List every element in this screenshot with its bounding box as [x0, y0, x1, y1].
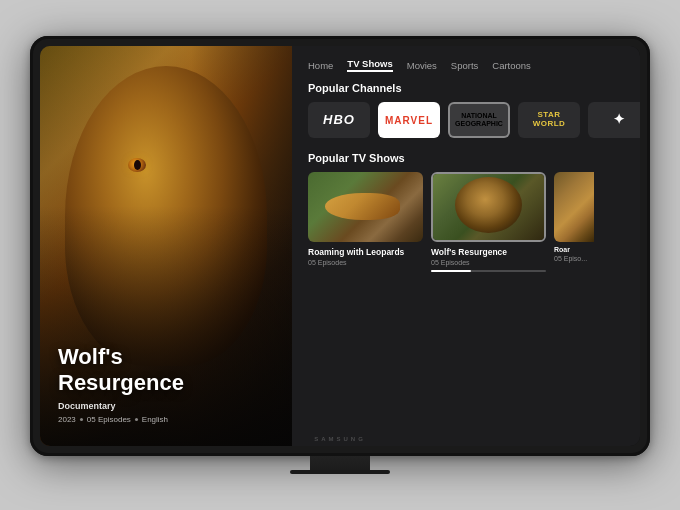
show-thumb-partial: [554, 172, 594, 242]
tv-container: Wolf's Resurgence Documentary 2023 05 Ep…: [30, 36, 650, 474]
nav-item-cartoons[interactable]: Cartoons: [492, 60, 531, 71]
nav-bar: Home TV Shows Movies Sports Cartoons: [292, 46, 640, 82]
marvel-label: MARVEL: [378, 102, 440, 138]
starworld-label: STARWORLD: [529, 109, 570, 131]
show-title-wolves: Wolf's Resurgence: [431, 247, 546, 257]
show-meta-partial: 05 Episo...: [554, 255, 594, 262]
tv-stand: [310, 456, 370, 474]
show-card-partial[interactable]: Roar 05 Episo...: [554, 172, 594, 272]
leopard-body: [325, 193, 400, 220]
show-thumb-leopards: [308, 172, 423, 242]
nav-item-movies[interactable]: Movies: [407, 60, 437, 71]
show-card-wolves[interactable]: Wolf's Resurgence 05 Episodes: [431, 172, 546, 272]
tv-screen: Wolf's Resurgence Documentary 2023 05 Ep…: [40, 46, 640, 446]
shows-section-title: Popular TV Shows: [308, 152, 624, 164]
hero-title: Wolf's Resurgence: [58, 344, 282, 395]
show-meta-leopards: 05 Episodes: [308, 259, 423, 266]
tv-outer: Wolf's Resurgence Documentary 2023 05 Ep…: [30, 36, 650, 456]
show-card-leopards[interactable]: Roaming with Leopards 05 Episodes: [308, 172, 423, 272]
nav-item-sports[interactable]: Sports: [451, 60, 478, 71]
channel-card-starworld[interactable]: STARWORLD: [518, 102, 580, 138]
channel-card-natgeo[interactable]: NATIONALGEOGRAPHIC: [448, 102, 510, 138]
nav-item-home[interactable]: Home: [308, 60, 333, 71]
progress-fill: [431, 270, 471, 272]
show-thumb-wolves: [431, 172, 546, 242]
wolf-thumb-face: [455, 177, 522, 233]
show-title-partial: Roar: [554, 246, 594, 253]
wolf-bg: [433, 174, 544, 240]
natgeo-label: NATIONALGEOGRAPHIC: [455, 112, 503, 127]
content-panel: Home TV Shows Movies Sports Cartoons Pop…: [292, 46, 640, 446]
hero-panel: Wolf's Resurgence Documentary 2023 05 Ep…: [40, 46, 292, 446]
third-bg: [554, 172, 594, 242]
hbo-label: HBO: [319, 111, 359, 129]
channel-card-hbo[interactable]: HBO: [308, 102, 370, 138]
channels-section-title: Popular Channels: [308, 82, 624, 94]
shows-row: Roaming with Leopards 05 Episodes Wolf's…: [308, 172, 624, 272]
disney-label: ✦: [609, 110, 630, 129]
dot: [80, 418, 83, 421]
hero-meta: 2023 05 Episodes English: [58, 415, 282, 424]
channel-card-disney[interactable]: ✦: [588, 102, 640, 138]
nav-item-tv-shows[interactable]: TV Shows: [347, 58, 392, 72]
progress-bar: [431, 270, 546, 272]
leopard-bg: [308, 172, 423, 242]
hero-genre: Documentary: [58, 401, 282, 411]
popular-channels-section: Popular Channels HBO MARVEL NATIONALGEOG…: [292, 82, 640, 152]
show-meta-wolves: 05 Episodes: [431, 259, 546, 266]
popular-shows-section: Popular TV Shows Roaming with Leopards 0…: [292, 152, 640, 272]
show-title-leopards: Roaming with Leopards: [308, 247, 423, 257]
channel-card-marvel[interactable]: MARVEL: [378, 102, 440, 138]
brand-label: SAMSUNG: [314, 436, 366, 442]
channels-row: HBO MARVEL NATIONALGEOGRAPHIC STARWORLD: [308, 102, 624, 138]
dot: [135, 418, 138, 421]
hero-content: Wolf's Resurgence Documentary 2023 05 Ep…: [58, 344, 282, 424]
